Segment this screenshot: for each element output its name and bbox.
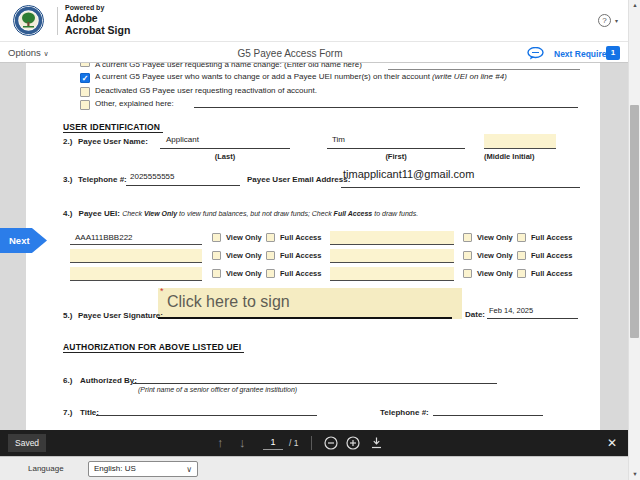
authorized-by-line: [133, 383, 497, 384]
full-access-checkbox[interactable]: [517, 269, 526, 278]
signature-line: [158, 317, 452, 319]
acrobat-sign-window: Powered by Adobe Acrobat Sign ? ▾ Option…: [0, 0, 640, 480]
change-uei-checkbox[interactable]: ✓: [80, 73, 90, 83]
q4-label: Payee UEI:: [79, 209, 120, 218]
uei-field-1-left[interactable]: AAA111BBB222: [70, 231, 202, 245]
email-value[interactable]: timapplicant11@gmail.com: [343, 168, 474, 180]
view-only-checkbox[interactable]: [463, 233, 472, 242]
q6-number: 6.): [63, 376, 72, 385]
uei-field-2-left[interactable]: [70, 249, 202, 263]
change-uei-note: (write UEI on line #4): [432, 72, 507, 81]
page-total-label: / 1: [289, 430, 298, 456]
view-only-label: View Only: [226, 269, 262, 278]
date-line: [487, 318, 578, 319]
language-selected-value: English: US: [94, 464, 136, 473]
reactivation-checkbox[interactable]: [80, 87, 90, 97]
q4-number: 4.): [63, 209, 72, 218]
date-label: Date:: [465, 310, 485, 319]
first-caption: (First): [327, 152, 465, 161]
language-bar: Language English: US ∨: [0, 456, 628, 480]
uei-field-3-left[interactable]: [70, 267, 202, 281]
name-change-line: [388, 69, 580, 70]
phone-line: [126, 185, 240, 186]
last-name-line: [160, 148, 290, 149]
signature-placeholder: Click here to sign: [167, 293, 290, 311]
previous-page-icon[interactable]: ↑: [217, 430, 224, 456]
brand-acrobat-sign: Acrobat Sign: [65, 24, 130, 36]
authorization-heading: AUTHORIZATION FOR ABOVE LISTED UEI: [63, 342, 244, 353]
uei-field-3-right[interactable]: [330, 267, 454, 281]
middle-initial-field[interactable]: [484, 134, 556, 149]
scroll-up-icon[interactable]: ▲: [629, 2, 640, 8]
uei-field-1-right[interactable]: [330, 231, 454, 245]
q7-number: 7.): [63, 408, 72, 417]
full-access-checkbox[interactable]: [266, 233, 275, 242]
header: Powered by Adobe Acrobat Sign ? ▾: [0, 0, 628, 42]
q2-number: 2.): [63, 137, 72, 146]
middle-caption: (Middle Initial): [484, 152, 534, 161]
other-line: [194, 107, 578, 108]
full-access-checkbox[interactable]: [517, 233, 526, 242]
q4-row: 4.) Payee UEI: Check View Only to view f…: [63, 209, 418, 218]
reactivation-label: Deactivated G5 Payee user requesting rea…: [95, 86, 317, 95]
view-only-checkbox[interactable]: [463, 251, 472, 260]
view-only-checkbox[interactable]: [212, 251, 221, 260]
help-icon[interactable]: ?: [598, 14, 611, 27]
q5-label: Payee User Signature:: [78, 311, 163, 320]
download-icon[interactable]: [370, 436, 383, 449]
form-page: A current G5 Payee user requesting a nam…: [26, 63, 600, 430]
help-caret-icon[interactable]: ▾: [615, 17, 618, 24]
name-change-checkbox[interactable]: [80, 63, 90, 67]
full-access-checkbox[interactable]: [266, 251, 275, 260]
zoom-in-icon[interactable]: [346, 436, 360, 450]
chevron-down-icon: ∨: [186, 463, 192, 477]
q2-label: Payee User Name:: [78, 137, 148, 146]
powered-by-label: Powered by: [65, 4, 104, 11]
next-required-button[interactable]: Next Required: [554, 49, 612, 59]
first-name-line: [327, 148, 465, 149]
phone-value[interactable]: 2025555555: [130, 172, 175, 181]
uei-field-2-right[interactable]: [330, 249, 454, 263]
first-name-value[interactable]: Tim: [332, 135, 345, 144]
view-only-checkbox[interactable]: [463, 269, 472, 278]
email-label: Payee User Email Address:: [247, 175, 350, 184]
agency-seal-logo: [13, 5, 44, 36]
signature-field[interactable]: * Click here to sign: [158, 288, 462, 319]
q3-number: 3.): [63, 175, 72, 184]
document-title: G5 Payee Access Form: [0, 48, 580, 59]
view-only-label: View Only: [226, 233, 262, 242]
options-bar: Options ∨ G5 Payee Access Form Next Requ…: [0, 43, 628, 63]
full-access-label: Full Access: [531, 269, 572, 278]
message-bubble-icon[interactable]: [527, 47, 544, 60]
q7-phone-line: [433, 415, 543, 416]
other-label: Other, explained here:: [95, 99, 174, 108]
close-icon[interactable]: ✕: [607, 430, 617, 456]
view-only-checkbox[interactable]: [212, 233, 221, 242]
full-access-label: Full Access: [280, 251, 321, 260]
other-checkbox[interactable]: [80, 100, 90, 110]
next-page-icon[interactable]: ↓: [239, 430, 246, 456]
view-only-checkbox[interactable]: [212, 269, 221, 278]
divider: [57, 7, 58, 35]
full-access-checkbox[interactable]: [266, 269, 275, 278]
user-identification-heading: USER IDENTIFICATION: [63, 122, 163, 133]
scroll-down-icon[interactable]: ▼: [629, 471, 640, 477]
language-select[interactable]: English: US ∨: [88, 461, 198, 477]
document-viewer: A current G5 Payee user requesting a nam…: [0, 63, 628, 430]
q3-label: Telephone #:: [78, 175, 127, 184]
zoom-out-icon[interactable]: [324, 436, 338, 450]
page-number-input[interactable]: 1: [263, 434, 283, 450]
email-line: [341, 187, 580, 188]
last-name-value[interactable]: Applicant: [166, 135, 199, 144]
brand-adobe: Adobe: [65, 12, 98, 24]
q7-phone-label: Telephone #:: [380, 408, 429, 417]
q4-instructions: Check View Only to view fund balances, b…: [122, 210, 418, 217]
full-access-checkbox[interactable]: [517, 251, 526, 260]
required-asterisk: *: [160, 286, 164, 296]
view-only-label: View Only: [477, 269, 513, 278]
scrollbar-thumb[interactable]: [630, 105, 639, 338]
saved-status-badge: Saved: [8, 434, 46, 452]
window-scrollbar[interactable]: ▲ ▼: [628, 0, 640, 480]
date-value: Feb 14, 2025: [489, 306, 533, 315]
divider: [311, 436, 312, 450]
